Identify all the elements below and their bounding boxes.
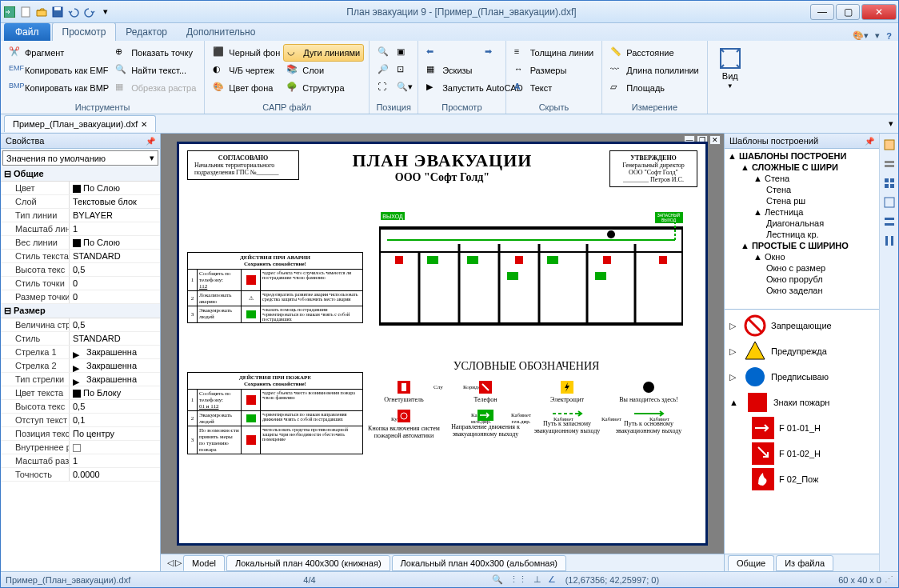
category-size[interactable]: ⊟ Размер	[1, 304, 160, 318]
tab-nav-next-icon[interactable]: ▷	[175, 558, 182, 568]
maximize-button[interactable]: ▢	[836, 4, 860, 20]
tree-wall-2[interactable]: Стена рш	[726, 195, 877, 206]
line-thick-button[interactable]: ≡Толщина линии	[511, 44, 597, 62]
rt-btn-1[interactable]	[881, 137, 897, 153]
tree-cat-complex[interactable]: ▲ СЛОЖНЫЕ С ШИРИ	[726, 162, 877, 173]
status-icon-3[interactable]: ⊥	[533, 574, 541, 585]
property-row[interactable]: Цвет текстаПо Блоку	[1, 386, 160, 400]
layout2-tab[interactable]: Локальный план 400x300 (альбомная)	[392, 555, 566, 571]
layout1-tab[interactable]: Локальный план 400x300 (книжная)	[226, 555, 390, 571]
sign-fire[interactable]: ▲Знаки пожарн	[728, 390, 876, 415]
status-icon-1[interactable]: 🔍	[492, 574, 503, 585]
qat-open-icon[interactable]	[34, 5, 49, 19]
drawing-canvas[interactable]: СОГЛАСОВАНО Начальник территориального п…	[177, 142, 708, 546]
property-row[interactable]: Отступ текст0,1	[1, 414, 160, 427]
sign-f0101[interactable]: F 01-01_Н	[728, 415, 876, 441]
layers-button[interactable]: 📚Слои	[283, 62, 364, 79]
zoom-scale-button[interactable]: 🔍▾	[394, 79, 413, 97]
sign-warning[interactable]: ▷Предупрежда	[728, 338, 876, 364]
minimize-button[interactable]: —	[810, 4, 834, 20]
tab-view[interactable]: Просмотр	[52, 22, 117, 41]
zoom-in-button[interactable]: 🔍	[374, 44, 394, 62]
tabs-dropdown-icon[interactable]: ▾	[889, 118, 893, 129]
tab-nav-prev-icon[interactable]: ◁	[167, 558, 174, 568]
trim-raster-button[interactable]: ▦Обрезка растра	[112, 79, 199, 97]
tree-stair-1[interactable]: Диагональная	[726, 218, 877, 229]
tree-stair[interactable]: ▲ Лестница	[726, 206, 877, 218]
defaults-dropdown[interactable]: Значения по умолчанию ▾	[2, 150, 158, 166]
property-row[interactable]: Вес линииПо Слою	[1, 236, 160, 250]
property-row[interactable]: Стрелка 2▶Закрашенна	[1, 359, 160, 373]
qat-save-icon[interactable]	[50, 5, 65, 19]
polylen-button[interactable]: 〰Длина полилинии	[607, 62, 702, 79]
property-row[interactable]: Высота текс0,5	[1, 400, 160, 414]
rt-btn-2[interactable]	[881, 156, 897, 172]
qat-exit-icon[interactable]	[2, 5, 17, 19]
property-row[interactable]: Масштаб лини1	[1, 222, 160, 236]
find-text-button[interactable]: 🔍Найти текст...	[112, 62, 199, 79]
qat-undo-icon[interactable]	[66, 5, 81, 19]
structure-button[interactable]: 🌳Структура	[283, 79, 364, 97]
rt-btn-4[interactable]	[881, 194, 897, 210]
sign-prohibit[interactable]: ▷Запрещающие	[728, 313, 876, 338]
property-row[interactable]: Стиль точки0	[1, 277, 160, 290]
sign-prescribe[interactable]: ▷Предписываю	[728, 364, 876, 390]
tree-wall[interactable]: ▲ Стена	[726, 173, 877, 184]
distance-button[interactable]: 📏Расстояние	[607, 44, 702, 62]
tree-win-3[interactable]: Окно заделан	[726, 285, 877, 296]
style-dropdown-icon[interactable]: 🎨▾	[853, 30, 869, 41]
rt-btn-6[interactable]	[881, 233, 897, 249]
next-button[interactable]: ➡	[481, 44, 501, 62]
status-icon-4[interactable]: ∠	[548, 574, 556, 585]
zoom-out-button[interactable]: 🔎	[374, 62, 394, 79]
signs-list[interactable]: ▷Запрещающие ▷Предупрежда ▷Предписываю ▲…	[725, 309, 879, 554]
rt-btn-3[interactable]	[881, 175, 897, 191]
tree-window[interactable]: ▲ Окно	[726, 251, 877, 262]
property-row[interactable]: СтильSTANDARD	[1, 332, 160, 346]
templates-pin-icon[interactable]: 📌	[865, 137, 874, 146]
property-row[interactable]: Точность0.0000	[1, 468, 160, 482]
dimensions-button[interactable]: ↔Размеры	[511, 62, 597, 79]
model-tab[interactable]: Model	[183, 555, 225, 571]
bg-color-button[interactable]: 🎨Цвет фона	[210, 79, 283, 97]
black-bg-button[interactable]: ⬛Черный фон	[210, 44, 283, 62]
tab-editor[interactable]: Редактор	[116, 23, 177, 41]
property-row[interactable]: Тип линииBYLAYER	[1, 209, 160, 222]
property-row[interactable]: Размер точки0	[1, 290, 160, 304]
tree-root[interactable]: ▲ ШАБЛОНЫ ПОСТРОЕНИ	[726, 150, 877, 162]
category-common[interactable]: ⊟ Общие	[1, 167, 160, 182]
property-row[interactable]: Тип стрелки▶Закрашенна	[1, 373, 160, 386]
property-row[interactable]: Позиция тексПо центру	[1, 427, 160, 441]
property-row[interactable]: Масштаб раз1	[1, 454, 160, 468]
view-big-button[interactable]: Вид ▼	[713, 44, 748, 93]
text-button[interactable]: AТекст	[511, 79, 597, 97]
close-button[interactable]: ✕	[861, 4, 897, 20]
qat-dropdown-icon[interactable]: ▾	[98, 5, 113, 19]
doctab-close-icon[interactable]: ✕	[141, 120, 147, 129]
tab-extra[interactable]: Дополнительно	[177, 23, 265, 41]
qat-new-icon[interactable]	[18, 5, 33, 19]
arcs-lines-button[interactable]: ◡Дуги линиями	[283, 44, 364, 62]
document-tab[interactable]: Пример_(План_эвакуации).dxf ✕	[4, 115, 156, 132]
property-row[interactable]: Стиль текстаSTANDARD	[1, 250, 160, 263]
tree-win-2[interactable]: Окно прорубл	[726, 274, 877, 285]
right-tab-fromfile[interactable]: Из файла	[776, 555, 833, 571]
qat-redo-icon[interactable]	[82, 5, 97, 19]
help-icon[interactable]: ?	[886, 31, 892, 41]
tree-cat-simple[interactable]: ▲ ПРОСТЫЕ С ШИРИНО	[726, 240, 877, 251]
property-row[interactable]: Внутреннее р	[1, 441, 160, 454]
copy-bmp-button[interactable]: BMPКопировать как BMP	[6, 79, 112, 97]
right-tab-common[interactable]: Общие	[728, 555, 774, 571]
sign-f0102[interactable]: F 01-02_Н	[728, 441, 876, 466]
mdi-close-icon[interactable]: ✕	[709, 135, 721, 145]
copy-emf-button[interactable]: EMFКопировать как EMF	[6, 62, 112, 79]
tree-wall-1[interactable]: Стена	[726, 184, 877, 195]
property-row[interactable]: Величина стр0,5	[1, 318, 160, 332]
templates-tree[interactable]: ▲ ШАБЛОНЫ ПОСТРОЕНИ ▲ СЛОЖНЫЕ С ШИРИ ▲ С…	[725, 149, 879, 309]
property-row[interactable]: Стрелка 1▶Закрашенна	[1, 346, 160, 359]
rt-btn-5[interactable]	[881, 214, 897, 230]
bw-draw-button[interactable]: ◐Ч/Б чертеж	[210, 62, 283, 79]
property-row[interactable]: Высота текс0,5	[1, 263, 160, 277]
tree-stair-2[interactable]: Лестница кр.	[726, 229, 877, 240]
property-row[interactable]: ЦветПо Слою	[1, 182, 160, 195]
